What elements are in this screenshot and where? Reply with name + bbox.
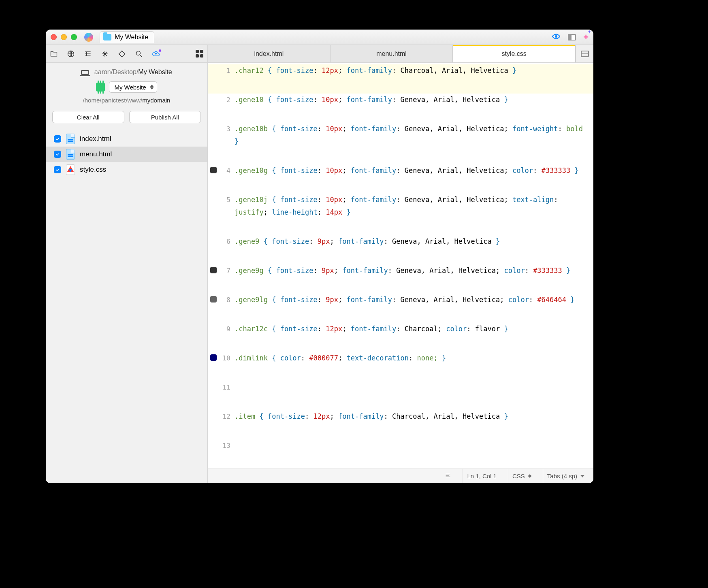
editor-tab[interactable]: index.html bbox=[208, 45, 331, 62]
sidebar: aaron/Desktop/My Website My Website /hom… bbox=[46, 45, 208, 483]
line-number[interactable]: 6 bbox=[219, 235, 235, 264]
code-line[interactable] bbox=[235, 381, 593, 410]
file-row[interactable]: index.html bbox=[46, 131, 207, 147]
symbols-menu[interactable] bbox=[441, 469, 455, 483]
sidebar-toolbar bbox=[46, 45, 207, 63]
line-number[interactable]: 5 bbox=[219, 194, 235, 235]
line-number[interactable]: 9 bbox=[219, 323, 235, 352]
window-title: My Website bbox=[115, 34, 148, 41]
split-editor-icon[interactable] bbox=[576, 45, 593, 62]
line-number[interactable]: 2 bbox=[219, 94, 235, 123]
svg-point-0 bbox=[555, 35, 557, 38]
sidebar-toggle-icon[interactable] bbox=[568, 34, 576, 40]
file-name: index.html bbox=[80, 135, 111, 143]
new-tab-icon[interactable]: + bbox=[583, 32, 589, 43]
indent-mode[interactable]: Tabs (4 sp) bbox=[543, 469, 589, 483]
preview-icon[interactable] bbox=[552, 32, 561, 42]
window-title-tab[interactable]: My Website bbox=[100, 31, 154, 43]
color-swatch[interactable] bbox=[210, 167, 217, 173]
titlebar: My Website + bbox=[46, 30, 593, 45]
editor-tab[interactable]: menu.html bbox=[331, 45, 453, 62]
server-chip-icon bbox=[96, 83, 105, 92]
file-type-icon bbox=[66, 149, 75, 160]
language-mode[interactable]: CSS bbox=[508, 469, 535, 483]
globe-icon[interactable] bbox=[67, 50, 75, 58]
file-row[interactable]: style.css bbox=[46, 162, 207, 177]
minimize-window-button[interactable] bbox=[61, 34, 67, 40]
color-swatch[interactable] bbox=[210, 296, 217, 303]
language-label: CSS bbox=[512, 473, 525, 479]
file-checkbox[interactable] bbox=[54, 151, 61, 158]
code-line[interactable]: .dimlink { color: #000077; text-decorati… bbox=[235, 352, 593, 381]
list-icon bbox=[445, 472, 451, 480]
local-path-breadcrumb[interactable]: aaron/Desktop/My Website bbox=[46, 63, 207, 80]
file-checkbox[interactable] bbox=[54, 166, 61, 173]
file-row[interactable]: menu.html bbox=[46, 147, 207, 162]
window-controls bbox=[51, 34, 77, 40]
file-name: menu.html bbox=[80, 150, 112, 158]
line-number[interactable]: 7 bbox=[219, 264, 235, 294]
line-number[interactable]: 1 bbox=[219, 64, 235, 94]
scm-icon[interactable] bbox=[118, 50, 126, 58]
code-line[interactable]: .gene10j { font-size: 10px; font-family:… bbox=[235, 194, 593, 235]
cursor-position[interactable]: Ln 1, Col 1 bbox=[463, 469, 501, 483]
code-line[interactable]: .item { font-size: 12px; font-family: Ch… bbox=[235, 410, 593, 439]
code-line[interactable]: .gene9g { font-size: 9px; font-family: G… bbox=[235, 264, 593, 294]
code-line[interactable] bbox=[235, 439, 593, 469]
folder-icon bbox=[103, 34, 111, 40]
snippet-icon[interactable] bbox=[101, 50, 109, 58]
file-checkbox[interactable] bbox=[54, 135, 61, 143]
code-line[interactable]: .char12c { font-size: 12px; font-family:… bbox=[235, 323, 593, 352]
line-number[interactable]: 3 bbox=[219, 123, 235, 164]
svg-point-2 bbox=[136, 51, 140, 55]
file-name: style.css bbox=[80, 166, 106, 174]
editor-tab[interactable]: style.css bbox=[453, 45, 576, 62]
close-window-button[interactable] bbox=[51, 34, 57, 40]
indent-icon[interactable] bbox=[84, 50, 92, 58]
cursor-position-label: Ln 1, Col 1 bbox=[467, 473, 497, 479]
line-number[interactable]: 13 bbox=[219, 439, 235, 469]
files-icon[interactable] bbox=[50, 50, 58, 58]
color-swatch[interactable] bbox=[210, 267, 217, 273]
line-number[interactable]: 4 bbox=[219, 164, 235, 194]
line-number[interactable]: 11 bbox=[219, 381, 235, 410]
code-line[interactable]: .gene9 { font-size: 9px; font-family: Ge… bbox=[235, 235, 593, 264]
laptop-icon bbox=[81, 70, 89, 75]
zoom-window-button[interactable] bbox=[71, 34, 77, 40]
publish-all-button[interactable]: Publish All bbox=[129, 111, 201, 123]
file-type-icon bbox=[66, 164, 75, 175]
code-line[interactable]: .gene10g { font-size: 10px; font-family:… bbox=[235, 164, 593, 194]
color-swatch[interactable] bbox=[210, 354, 217, 361]
remote-path[interactable]: /home/panictest/www/mydomain bbox=[46, 95, 207, 109]
code-line[interactable]: .gene10b { font-size: 10px; font-family:… bbox=[235, 123, 593, 164]
apps-icon[interactable] bbox=[195, 50, 203, 58]
indent-label: Tabs (4 sp) bbox=[547, 473, 577, 479]
project-select-value: My Website bbox=[114, 84, 146, 91]
app-icon bbox=[84, 33, 93, 42]
file-type-icon bbox=[66, 134, 75, 144]
code-editor[interactable]: 1.char12 { font-size: 12px; font-family:… bbox=[208, 63, 593, 469]
line-number[interactable]: 10 bbox=[219, 352, 235, 381]
editor-area: index.htmlmenu.htmlstyle.css 1.char12 { … bbox=[208, 45, 593, 483]
clear-all-button[interactable]: Clear All bbox=[52, 111, 124, 123]
status-bar: Ln 1, Col 1 CSS Tabs (4 sp) bbox=[208, 469, 593, 483]
publish-file-list: index.htmlmenu.htmlstyle.css bbox=[46, 129, 207, 180]
code-line[interactable]: .gene9lg { font-size: 9px; font-family: … bbox=[235, 294, 593, 323]
remote-path-prefix: /home/panictest/www/ bbox=[83, 97, 143, 104]
line-number[interactable]: 8 bbox=[219, 294, 235, 323]
breadcrumb-current: My Website bbox=[138, 68, 172, 75]
code-line[interactable]: .char12 { font-size: 12px; font-family: … bbox=[235, 64, 593, 94]
project-select[interactable]: My Website bbox=[109, 81, 157, 93]
line-number[interactable]: 12 bbox=[219, 410, 235, 439]
breadcrumb-prefix: aaron/Desktop/ bbox=[94, 68, 139, 75]
code-line[interactable]: .gene10 { font-size: 10px; font-family: … bbox=[235, 94, 593, 123]
remote-path-current: mydomain bbox=[142, 97, 170, 104]
publish-icon[interactable] bbox=[152, 50, 160, 58]
app-window: My Website + bbox=[46, 30, 593, 483]
search-icon[interactable] bbox=[135, 50, 143, 58]
editor-tabbar: index.htmlmenu.htmlstyle.css bbox=[208, 45, 593, 63]
